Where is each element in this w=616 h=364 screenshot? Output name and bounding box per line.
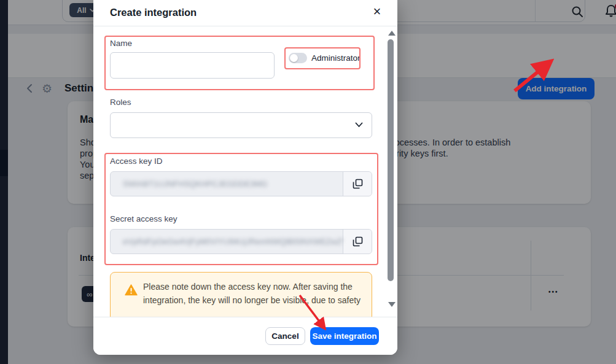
annotation-box-access-keys (104, 153, 378, 265)
scrollbar-down-arrow[interactable] (388, 302, 396, 307)
warning-triangle-icon (125, 284, 138, 296)
annotation-arrow-add-integration (507, 52, 562, 95)
annotation-box-administrator (284, 47, 361, 69)
chevron-down-icon (355, 122, 363, 128)
roles-select[interactable] (110, 112, 372, 138)
modal-header: Create integration × (93, 0, 397, 26)
scrollbar-thumb[interactable] (388, 39, 394, 281)
modal-title: Create integration (110, 7, 197, 18)
annotation-arrow-save-integration (294, 290, 337, 336)
modal-body: Name Administrator Roles Access key ID S… (93, 27, 397, 317)
close-icon[interactable]: × (368, 3, 386, 20)
roles-label: Roles (110, 98, 131, 107)
modal-footer: Cancel Save integration (93, 317, 397, 355)
create-integration-modal: Create integration × Name Administrator … (93, 0, 397, 355)
screen: All ⚙ Settings Add integration Manage in… (0, 0, 616, 364)
scrollbar-up-arrow[interactable] (388, 31, 396, 36)
